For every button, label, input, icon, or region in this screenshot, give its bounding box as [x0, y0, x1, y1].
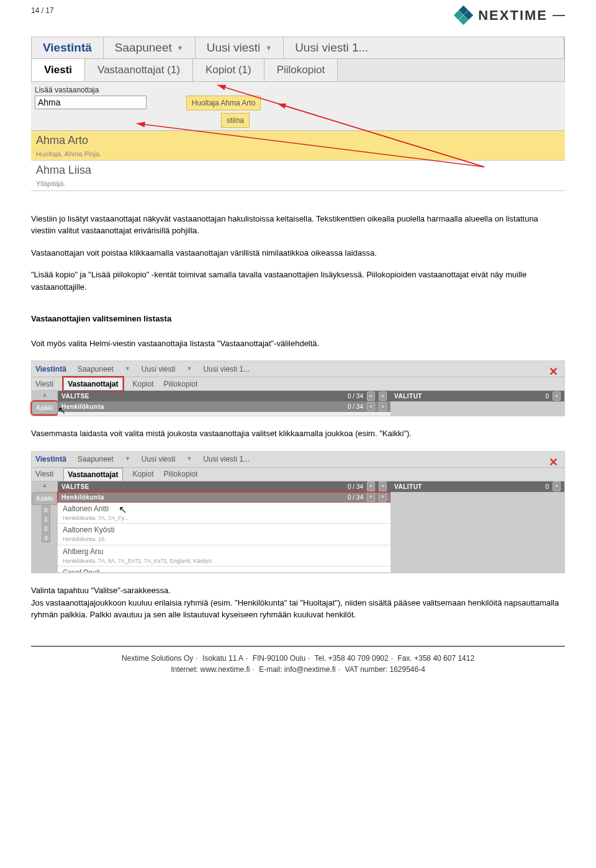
page-index[interactable]: 0 — [42, 506, 50, 514]
select-column: VALITSE 0 / 34 « » Henkilökunta 0 / 34 «… — [58, 481, 391, 573]
close-icon[interactable]: ✕ — [549, 454, 558, 471]
pager-prev[interactable]: « — [367, 481, 375, 491]
person-name: Graaf Pauli — [63, 567, 386, 573]
dropdown-item[interactable]: Ahma Liisa Ylläpitäjä. — [31, 161, 565, 191]
valitse-label: VALITSE — [61, 482, 344, 491]
recipient-input[interactable] — [35, 96, 147, 109]
valitut-header: VALITUT 0 « — [391, 481, 564, 492]
pager-prev[interactable]: « — [553, 391, 561, 401]
person-name: Ahlberg Anu — [63, 546, 386, 557]
screenshot-2: ✕ Viestintä Saapuneet▼ Uusi viesti▼ Uusi… — [31, 360, 565, 416]
brand-line — [553, 15, 565, 16]
group-kaikki[interactable]: Kaikki — [32, 401, 58, 414]
person-list: Aaltonen AnttiHenkilökunta. 7A, 7A_Fy...… — [58, 503, 391, 573]
subtab-vastaanottajat[interactable]: Vastaanottajat — [63, 377, 122, 390]
sub-tabs-row: Viesti Vastaanottajat (1) Kopiot (1) Pii… — [31, 59, 565, 82]
group-henkilokunta[interactable]: Henkilökunta 0 / 34 « » — [58, 401, 391, 412]
footer-address: Isokatu 11 A — [202, 654, 243, 663]
pager-prev[interactable]: « — [553, 481, 561, 491]
page-index[interactable]: 1 — [42, 515, 50, 524]
subtab-vastaanottajat[interactable]: Vastaanottajat — [63, 468, 122, 481]
pager-prev[interactable]: « — [367, 391, 375, 401]
footer-company: Nextime Solutions Oy — [122, 654, 193, 663]
tab-viestinta[interactable]: Viestintä — [35, 454, 66, 465]
subtab-kopiot[interactable]: Kopiot (1) — [193, 59, 264, 81]
dropdown-item-meta: Ylläpitäjä. — [36, 179, 560, 189]
group-label: Henkilökunta — [61, 402, 344, 411]
group-kaikki[interactable]: Kaikki — [32, 492, 58, 505]
page-index[interactable]: 3 — [42, 534, 50, 542]
tab-saapuneet[interactable]: Saapuneet — [78, 364, 114, 375]
section-heading: Vastaanottajien valitseminen listasta — [31, 313, 565, 325]
footer-fax: Fax. +358 40 607 1412 — [397, 654, 474, 663]
chevron-down-icon: ▼ — [186, 365, 192, 374]
recipient-chip[interactable]: Huoltaja Ahma Arto — [186, 96, 261, 110]
count-label: 0 / 34 — [348, 402, 363, 411]
footer-email: E-mail: info@nextime.fi — [259, 665, 336, 674]
tab-viestinta[interactable]: Viestintä — [35, 364, 66, 375]
tab-viestinta[interactable]: Viestintä — [32, 37, 104, 58]
list-item[interactable]: Aaltonen KyöstiHenkilökunta. 10. — [58, 524, 391, 545]
tab-uusi-viesti-1[interactable]: Uusi viesti 1... — [203, 454, 250, 465]
nextime-icon — [454, 6, 473, 25]
tab-uusi-viesti-1[interactable]: Uusi viesti 1... — [284, 37, 564, 58]
subtab-piilokopiot[interactable]: Piilokopiot — [164, 378, 198, 390]
valitse-header: VALITSE 0 / 34 « » — [58, 481, 391, 492]
dropdown-item-name: Ahma Arto — [36, 132, 560, 149]
main-tabs-row: Viestintä Saapuneet▼ Uusi viesti▼ Uusi v… — [32, 361, 564, 377]
list-item[interactable]: Ahlberg AnuHenkilökunta. 7A, 8A, 7A_En72… — [58, 545, 391, 567]
tab-uusi-viesti-1[interactable]: Uusi viesti 1... — [203, 364, 250, 375]
subtab-kopiot[interactable]: Kopiot — [133, 468, 154, 480]
count-label: 0 / 34 — [348, 391, 363, 401]
chevron-up-icon: ▲ — [32, 481, 58, 491]
footer-line-1: Nextime Solutions Oy· Isokatu 11 A· FIN-… — [31, 653, 565, 664]
page-index[interactable]: 2 — [42, 524, 50, 533]
tab-uusi-viesti[interactable]: Uusi viesti — [142, 454, 176, 465]
valitut-label: VALITUT — [394, 482, 541, 491]
pager-next[interactable]: » — [379, 492, 387, 502]
group-henkilokunta[interactable]: Henkilökunta 0 / 34 « » — [58, 492, 391, 503]
close-icon[interactable]: ✕ — [549, 364, 558, 380]
paragraph: Vasemmasta laidasta voit valita mistä jo… — [31, 427, 565, 440]
pager-prev[interactable]: « — [367, 402, 375, 412]
tab-saapuneet[interactable]: Saapuneet▼ — [104, 37, 196, 58]
tab-uusi-viesti[interactable]: Uusi viesti — [142, 364, 176, 375]
valitse-label: VALITSE — [61, 391, 344, 401]
page-footer: Nextime Solutions Oy· Isokatu 11 A· FIN-… — [31, 646, 565, 675]
paragraph: Jos vastaanottajajoukkoon kuuluu erilais… — [31, 597, 565, 621]
chevron-down-icon: ▼ — [125, 365, 130, 374]
dropdown-item-meta: Huoltaja. Ahma Pinja. — [36, 149, 560, 159]
tab-label: Uusi viesti — [207, 39, 261, 57]
subtab-piilokopiot[interactable]: Piilokopiot — [164, 468, 198, 480]
subtab-viesti[interactable]: Viesti — [32, 59, 85, 81]
dropdown-item[interactable]: Ahma Arto Huoltaja. Ahma Pinja. — [31, 131, 565, 161]
page-indicator: 14 / 17 — [31, 5, 54, 16]
main-tabs-row: Viestintä Saapuneet▼ Uusi viesti▼ Uusi v… — [32, 452, 564, 468]
subtab-vastaanottajat[interactable]: Vastaanottajat (1) — [85, 59, 193, 81]
pager-next[interactable]: » — [379, 391, 387, 401]
valitut-label: VALITUT — [394, 391, 541, 401]
tab-saapuneet[interactable]: Saapuneet — [78, 454, 114, 465]
count-label: 0 — [545, 391, 549, 401]
subtab-piilokopiot[interactable]: Piilokopiot — [264, 59, 338, 81]
pager-next[interactable]: » — [379, 402, 387, 412]
subtab-kopiot[interactable]: Kopiot — [133, 378, 154, 390]
pager-next[interactable]: » — [379, 481, 387, 491]
pager-prev[interactable]: « — [367, 492, 375, 502]
person-name: Aaltonen Antti — [63, 503, 386, 514]
chevron-down-icon: ▼ — [265, 43, 272, 53]
recipient-chip-2[interactable]: stiina — [221, 113, 250, 128]
tab-uusi-viesti[interactable]: Uusi viesti▼ — [196, 37, 284, 58]
subtab-viesti[interactable]: Viesti — [35, 378, 53, 390]
group-label: Henkilökunta — [61, 493, 344, 502]
subtab-viesti[interactable]: Viesti — [35, 468, 53, 480]
chevron-down-icon: ▼ — [125, 455, 130, 463]
chevron-up-icon: ▲ — [32, 391, 58, 401]
person-meta: Henkilökunta. 7A, 7A_Fy... — [63, 514, 386, 523]
group-sidebar: ▲ Kaikki — [32, 391, 58, 416]
sub-tabs-row: Viesti Vastaanottajat Kopiot Piilokopiot — [32, 468, 564, 481]
brand-text: NEXTIME — [478, 5, 548, 25]
list-item[interactable]: Graaf Pauli — [58, 566, 391, 573]
valitse-header: VALITSE 0 / 34 « » — [58, 391, 391, 401]
list-item[interactable]: Aaltonen AnttiHenkilökunta. 7A, 7A_Fy... — [58, 503, 391, 524]
